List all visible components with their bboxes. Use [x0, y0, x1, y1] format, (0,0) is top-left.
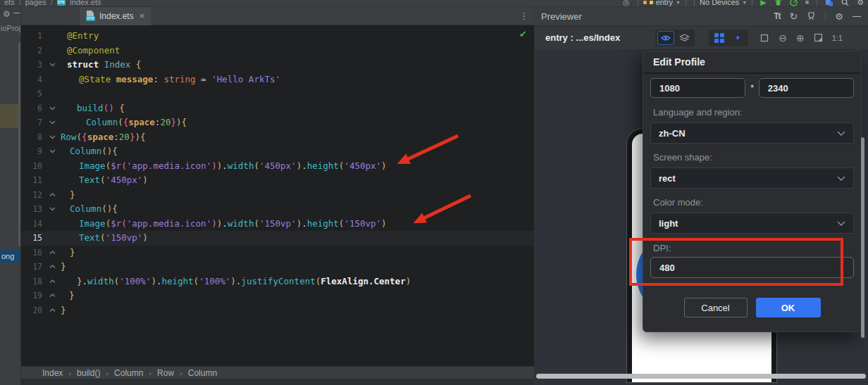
shape-select[interactable]: rect — [650, 168, 854, 189]
code-line[interactable]: 12} — [21, 188, 534, 203]
fold-marker-icon[interactable] — [45, 115, 59, 130]
breadcrumb-ets[interactable]: ets — [4, 0, 15, 6]
code-line[interactable]: 8Row({space:20}){ — [21, 130, 534, 145]
code-line[interactable]: 6build() { — [21, 101, 534, 116]
height-field[interactable] — [759, 78, 854, 98]
code-line[interactable]: 9Column(){ — [21, 144, 534, 159]
zoom-in-icon[interactable]: ⊕ — [796, 32, 805, 44]
code-line[interactable]: 16} — [21, 246, 534, 260]
fold-gutter — [45, 72, 59, 87]
cancel-button[interactable]: Cancel — [684, 298, 748, 317]
code-line[interactable]: 2@Component — [21, 44, 534, 58]
fold-marker-icon[interactable] — [45, 101, 59, 116]
module-icon — [643, 1, 647, 4]
device-selector[interactable]: No Devices ▼ — [694, 0, 752, 7]
fold-marker-icon[interactable] — [45, 260, 59, 274]
chevron-down-icon[interactable]: ▼ — [729, 31, 746, 45]
fold-marker-icon[interactable] — [45, 202, 59, 217]
code-editor[interactable]: ✔ 1@Entry2@Component3struct Index {4@Sta… — [21, 25, 534, 366]
code-line[interactable]: 14Image($r('app.media.icon')).width('150… — [21, 217, 534, 232]
color-mode-select[interactable]: light — [650, 213, 854, 234]
grid-view-icon[interactable] — [711, 31, 728, 45]
code-text: Column(){ — [59, 202, 118, 217]
preview-target[interactable]: entry : ...es/Index — [545, 32, 620, 43]
project-panel-edge[interactable]: ⚙ — ioProje ong — [0, 7, 21, 385]
code-line[interactable]: 11Text('450px') — [21, 173, 534, 188]
fold-marker-icon[interactable] — [45, 130, 59, 145]
code-line[interactable]: 15Text('150vp') — [21, 231, 534, 246]
code-text — [59, 87, 61, 101]
line-number: 15 — [21, 231, 45, 246]
crumb-column2[interactable]: Column — [188, 368, 217, 378]
location-icon[interactable]: ◎ — [623, 0, 630, 7]
breadcrumb-file[interactable]: Index.ets — [70, 0, 101, 6]
breadcrumb: ets / pages / ETS Index.ets — [4, 0, 101, 7]
code-line[interactable]: 5 — [21, 87, 534, 101]
code-line[interactable]: 4@State message: string = 'Hello ArkTs' — [21, 72, 534, 87]
editor-tabs: ETS Index.ets × ⋮ — [21, 7, 534, 25]
plug-icon[interactable] — [807, 12, 816, 20]
code-text: } — [59, 246, 75, 260]
panel-gear-icon[interactable]: ⚙ — [3, 9, 11, 19]
code-text: build() { — [59, 101, 125, 116]
project-tree-active-row[interactable]: ong — [0, 250, 21, 263]
width-field[interactable] — [650, 78, 745, 98]
fold-marker-icon[interactable] — [45, 188, 59, 203]
bounds-icon[interactable] — [760, 33, 769, 43]
inspections-ok-icon[interactable]: ✔ — [519, 29, 527, 39]
kebab-menu-icon[interactable]: ⋮ — [519, 11, 534, 21]
code-line[interactable]: 7Column({space:20}){ — [21, 115, 534, 130]
hide-panel-icon[interactable]: — — [852, 11, 861, 21]
crumb-row[interactable]: Row — [157, 368, 174, 378]
previewer-horizontal-scrollbar[interactable] — [536, 374, 866, 379]
tab-index-ets[interactable]: ETS Index.ets × — [80, 7, 151, 25]
code-line[interactable]: 18}.width('100%').height('100%').justify… — [21, 274, 534, 289]
fold-marker-icon[interactable] — [45, 144, 59, 159]
close-icon[interactable]: × — [140, 11, 145, 21]
panel-hide-icon[interactable]: — — [13, 8, 21, 18]
previewer-canvas[interactable]: Edit Profile * Language and region: zh-C… — [534, 49, 868, 385]
breadcrumb-separator: / — [51, 0, 53, 6]
code-line[interactable]: 3struct Index { — [21, 58, 534, 72]
fold-marker-icon[interactable] — [45, 58, 59, 72]
fit-screen-icon[interactable] — [814, 33, 823, 42]
project-scrollbar[interactable] — [18, 42, 20, 246]
language-select[interactable]: zh-CN — [650, 122, 854, 144]
fold-marker-icon[interactable] — [45, 274, 59, 289]
zoom-out-icon[interactable]: ⊖ — [779, 32, 787, 44]
settings-gear-icon[interactable]: ⚙ — [857, 0, 864, 7]
search-icon[interactable] — [841, 0, 849, 6]
code-line[interactable]: 10Image($r('app.media.icon')).width('450… — [21, 159, 534, 174]
crumb-build[interactable]: build() — [77, 368, 100, 378]
fold-marker-icon[interactable] — [45, 289, 59, 303]
layers-icon[interactable] — [676, 31, 693, 45]
font-size-icon[interactable]: Tt — [774, 11, 780, 21]
code-line[interactable]: 19} — [21, 289, 534, 303]
code-line[interactable]: 17} — [21, 260, 534, 274]
run-config-selector[interactable]: entry ▼ — [638, 0, 686, 7]
stop-icon[interactable]: ■ — [805, 0, 809, 6]
line-number: 18 — [21, 274, 45, 289]
previewer-settings-icon[interactable]: ⚙ — [835, 11, 843, 22]
code-line[interactable]: 20} — [21, 303, 534, 318]
line-number: 7 — [21, 115, 45, 130]
zoom-ratio[interactable]: 1:1 — [832, 34, 843, 42]
profiler-icon[interactable] — [790, 0, 798, 6]
breadcrumb-pages[interactable]: pages — [25, 0, 46, 6]
debug-icon[interactable] — [774, 0, 782, 6]
code-line[interactable]: 13Column(){ — [21, 202, 534, 217]
crumb-column[interactable]: Column — [114, 368, 143, 378]
crumb-index[interactable]: Index — [42, 368, 63, 378]
previewer-vertical-scrollbar[interactable] — [861, 137, 864, 338]
fold-marker-icon[interactable] — [45, 246, 59, 260]
editor-breadcrumb: Index › build() › Column › Row › Column — [21, 366, 534, 379]
device-manager-icon[interactable] — [825, 0, 833, 6]
module-icon — [650, 1, 653, 4]
ok-button[interactable]: OK — [756, 298, 821, 317]
code-line[interactable]: 1@Entry — [21, 29, 534, 44]
language-label: Language and region: — [653, 107, 851, 118]
fold-marker-icon[interactable] — [45, 303, 59, 318]
inspector-eye-icon[interactable] — [657, 31, 674, 45]
run-icon[interactable]: ▶ — [760, 0, 766, 7]
refresh-icon[interactable]: ↻ — [790, 11, 798, 22]
